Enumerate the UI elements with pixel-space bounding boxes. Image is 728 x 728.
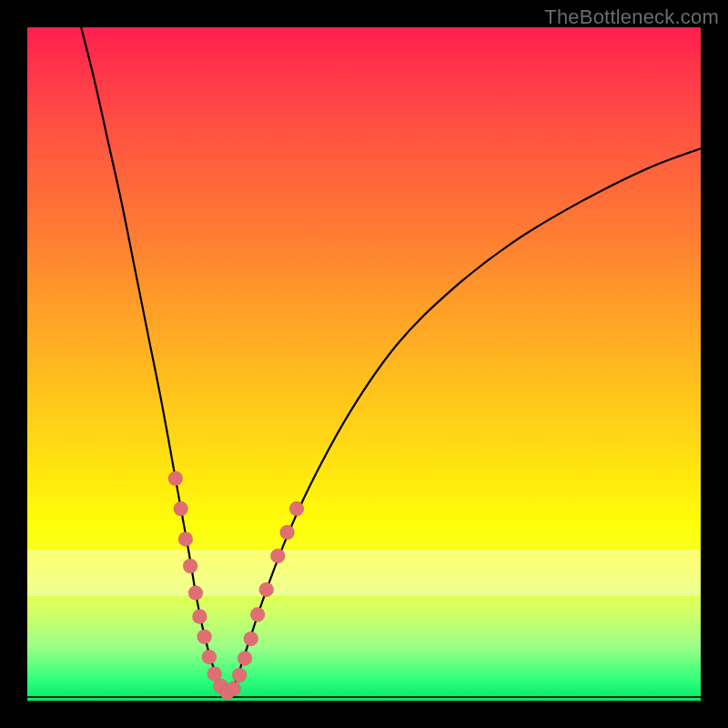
data-marker [238,651,252,665]
data-marker [244,632,258,646]
data-marker [280,525,295,540]
curve-layer [81,27,701,694]
chart-svg [27,27,701,701]
marker-layer [168,471,304,700]
left-branch-path [81,27,229,694]
right-branch-path [229,148,701,693]
data-marker [197,630,212,644]
data-marker [250,607,265,622]
data-marker [259,582,274,597]
plot-area [27,27,701,701]
data-marker [192,610,207,624]
data-marker [188,586,203,601]
data-marker [174,501,188,516]
data-marker [168,471,183,486]
data-marker [232,668,247,682]
data-marker [289,501,304,516]
data-marker [183,559,197,573]
data-marker [178,531,193,546]
data-marker [226,682,240,696]
chart-frame: TheBottleneck.com [0,0,728,728]
watermark-text: TheBottleneck.com [544,5,719,29]
data-marker [202,650,217,664]
data-marker [270,549,285,563]
